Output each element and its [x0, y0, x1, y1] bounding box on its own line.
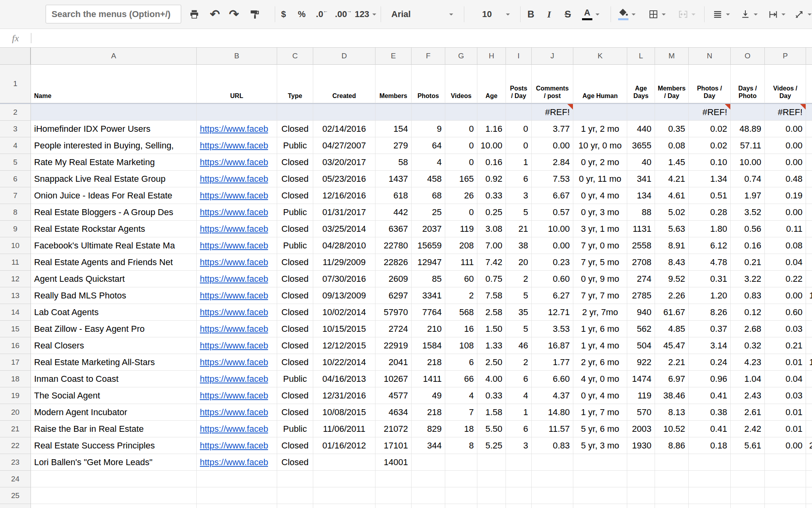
cell-Q22[interactable]: 2: [806, 437, 812, 454]
cell-H24[interactable]: [477, 471, 506, 487]
cell-J14[interactable]: 12.71: [532, 304, 573, 321]
cell-D15[interactable]: 10/15/2015: [313, 321, 375, 337]
cell-I4[interactable]: 0: [506, 137, 532, 154]
cell-B22[interactable]: https://www.faceb: [197, 437, 277, 454]
cell-N13[interactable]: 1.20: [689, 287, 731, 304]
cell-O17[interactable]: 4.23: [731, 354, 765, 371]
cell-C11[interactable]: Closed: [277, 254, 313, 271]
url-link[interactable]: https://www.faceb: [200, 374, 268, 384]
cell-Q21[interactable]: [806, 421, 812, 437]
row-header-6[interactable]: 6: [0, 171, 31, 187]
url-link[interactable]: https://www.faceb: [200, 207, 268, 217]
cell-I1[interactable]: Posts / Day: [506, 65, 532, 103]
cell-M13[interactable]: 2.26: [655, 287, 689, 304]
font-family-select[interactable]: Arial: [387, 0, 458, 29]
url-link[interactable]: https://www.faceb: [200, 140, 268, 151]
cell-L16[interactable]: 504: [627, 337, 655, 354]
cell-Q10[interactable]: [806, 237, 812, 254]
print-button[interactable]: [185, 0, 204, 29]
cell-L5[interactable]: 40: [627, 154, 655, 171]
column-header-N[interactable]: N: [689, 48, 731, 65]
cell-A6[interactable]: Snappack Live Real Estate Group: [31, 171, 197, 187]
cell-I10[interactable]: 38: [506, 237, 532, 254]
cell-F7[interactable]: 68: [412, 187, 445, 204]
cell-Q5[interactable]: [806, 154, 812, 171]
cell-Q8[interactable]: [806, 204, 812, 221]
cell-F8[interactable]: 25: [412, 204, 445, 221]
cell-B12[interactable]: https://www.faceb: [197, 271, 277, 287]
cell-K8[interactable]: 0 yr, 3 mo: [573, 204, 627, 221]
column-header-L[interactable]: L: [627, 48, 655, 65]
cell-M5[interactable]: 1.45: [655, 154, 689, 171]
row-header-2[interactable]: 2: [0, 104, 31, 121]
cell-L13[interactable]: 2785: [627, 287, 655, 304]
cell-F25[interactable]: [412, 487, 445, 504]
cell-L21[interactable]: 2003: [627, 421, 655, 437]
cell-E11[interactable]: 22826: [375, 254, 412, 271]
cell-G4[interactable]: 0: [445, 137, 477, 154]
cell-J19[interactable]: 4.37: [532, 387, 573, 404]
cell-O6[interactable]: 0.74: [731, 171, 765, 187]
cell-P8[interactable]: 0.00: [765, 204, 806, 221]
cell-K15[interactable]: 1 yr, 6 mo: [573, 321, 627, 337]
cell-J7[interactable]: 6.67: [532, 187, 573, 204]
cell-N1[interactable]: Photos / Day: [689, 65, 731, 103]
cell-D25[interactable]: [313, 487, 375, 504]
cell-I16[interactable]: 46: [506, 337, 532, 354]
cell-F20[interactable]: 218: [412, 404, 445, 421]
cell-L1[interactable]: Age Days: [627, 65, 655, 103]
cell-O4[interactable]: 57.11: [731, 137, 765, 154]
cell-G26[interactable]: [445, 504, 477, 508]
cell-N23[interactable]: [689, 454, 731, 471]
url-link[interactable]: https://www.faceb: [200, 124, 268, 134]
cell-L11[interactable]: 2708: [627, 254, 655, 271]
cell-Q16[interactable]: [806, 337, 812, 354]
row-header-11[interactable]: 11: [0, 254, 31, 271]
cell-M21[interactable]: 10.52: [655, 421, 689, 437]
cell-J9[interactable]: 10.00: [532, 221, 573, 237]
cell-L18[interactable]: 1474: [627, 371, 655, 387]
cell-L6[interactable]: 341: [627, 171, 655, 187]
cell-Q3[interactable]: [806, 121, 812, 137]
cell-I8[interactable]: 5: [506, 204, 532, 221]
cell-I20[interactable]: 1: [506, 404, 532, 421]
cell-O10[interactable]: 0.16: [731, 237, 765, 254]
cell-H3[interactable]: 1.16: [477, 121, 506, 137]
cell-J17[interactable]: 1.77: [532, 354, 573, 371]
cell-N16[interactable]: 3.14: [689, 337, 731, 354]
cell-E14[interactable]: 57970: [375, 304, 412, 321]
cell-H23[interactable]: [477, 454, 506, 471]
cell-H11[interactable]: 7.42: [477, 254, 506, 271]
cell-Q15[interactable]: [806, 321, 812, 337]
cell-G1[interactable]: Videos: [445, 65, 477, 103]
cell-F1[interactable]: Photos: [412, 65, 445, 103]
cell-C14[interactable]: Closed: [277, 304, 313, 321]
cell-Q6[interactable]: [806, 171, 812, 187]
cell-G18[interactable]: 66: [445, 371, 477, 387]
cell-D7[interactable]: 12/16/2016: [313, 187, 375, 204]
url-link[interactable]: https://www.faceb: [200, 190, 268, 201]
cell-L14[interactable]: 940: [627, 304, 655, 321]
cell-M14[interactable]: 61.67: [655, 304, 689, 321]
cell-K12[interactable]: 0 yr, 9 mo: [573, 271, 627, 287]
cell-H7[interactable]: 0.33: [477, 187, 506, 204]
cell-F3[interactable]: 9: [412, 121, 445, 137]
cell-E1[interactable]: Members: [375, 65, 412, 103]
row-header-16[interactable]: 16: [0, 337, 31, 354]
cell-N14[interactable]: 8.26: [689, 304, 731, 321]
row-header-21[interactable]: 21: [0, 421, 31, 437]
cell-I18[interactable]: 6: [506, 371, 532, 387]
cell-M11[interactable]: 8.43: [655, 254, 689, 271]
cell-G23[interactable]: [445, 454, 477, 471]
cell-A4[interactable]: People interested in Buying, Selling,: [31, 137, 197, 154]
column-header-C[interactable]: C: [277, 48, 313, 65]
cell-B20[interactable]: https://www.faceb: [197, 404, 277, 421]
cell-J16[interactable]: 16.87: [532, 337, 573, 354]
bold-button[interactable]: B: [524, 0, 538, 29]
cell-E10[interactable]: 22780: [375, 237, 412, 254]
cell-H9[interactable]: 3.08: [477, 221, 506, 237]
cell-P23[interactable]: [765, 454, 806, 471]
row-header-12[interactable]: 12: [0, 271, 31, 287]
cell-H6[interactable]: 0.92: [477, 171, 506, 187]
cell-C15[interactable]: Closed: [277, 321, 313, 337]
